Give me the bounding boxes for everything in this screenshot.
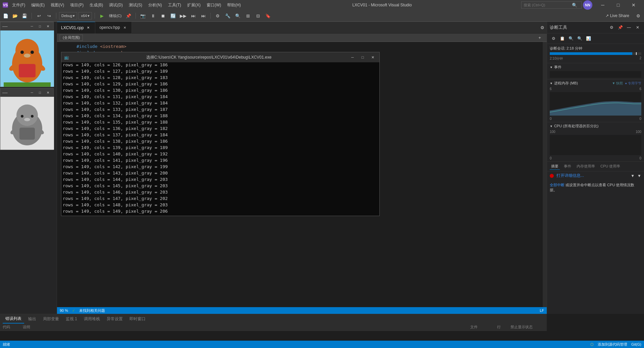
tb-btn7[interactable]: ⚙ (213, 12, 222, 20)
bw-window-close[interactable]: ✕ (45, 89, 51, 96)
diag-collapse-btn[interactable]: — (625, 24, 633, 31)
new-file-btn[interactable]: 📄 (1, 12, 10, 20)
menu-tools[interactable]: 工具(T) (166, 2, 183, 8)
diag-settings-btn[interactable]: ⚙ (608, 24, 615, 31)
filter-btn2[interactable]: ▼ (637, 173, 641, 178)
minimize-button[interactable]: ─ (595, 0, 610, 10)
menu-view[interactable]: 视图(V) (49, 2, 66, 8)
maximize-button[interactable]: □ (610, 0, 626, 10)
tb-btn8[interactable]: 🔧 (223, 12, 232, 20)
pin-btn[interactable]: 📌 (124, 12, 133, 20)
diag-tab-events[interactable]: 事件 (562, 163, 573, 170)
camera-btn[interactable]: 📷 (139, 12, 147, 20)
user-avatar[interactable]: NN (583, 0, 592, 10)
platform-dropdown[interactable]: x64 ▾ (78, 12, 92, 19)
tab-opencv-close[interactable]: ✕ (122, 25, 127, 30)
color-window-close[interactable]: ✕ (45, 23, 51, 30)
bw-window-maximize[interactable]: □ (37, 89, 43, 96)
tb-btn3[interactable]: 🔄 (169, 12, 177, 20)
menu-analyze[interactable]: 分析(N) (146, 2, 164, 8)
menu-file[interactable]: 文件(F) (10, 2, 27, 8)
bottom-tab-output[interactable]: 输出 (25, 315, 39, 323)
close-button[interactable]: ✕ (626, 0, 641, 10)
diag-tool1[interactable]: ⚙ (550, 35, 557, 42)
bw-window-titlebar: ── ─ □ ✕ (0, 88, 53, 97)
status-left: 就绪 (3, 342, 10, 347)
add-line-btn[interactable]: + (535, 33, 544, 42)
bottom-tab-locals[interactable]: 局部变量 (40, 315, 62, 323)
debug-config-dropdown[interactable]: Debug ▾ (59, 12, 77, 19)
svg-point-6 (31, 51, 34, 54)
tab-lxcv01-close[interactable]: ✕ (86, 25, 91, 30)
menu-window[interactable]: 窗口(W) (205, 2, 223, 8)
live-share-button[interactable]: ↗ Live Share (602, 13, 633, 19)
tb-btn11[interactable]: ⊟ (254, 12, 262, 20)
editor-scrollbar[interactable] (543, 42, 547, 307)
menu-project[interactable]: 项目(P) (68, 2, 86, 8)
diag-tool3[interactable]: 🔍 (567, 35, 575, 42)
platform-label: x64 (81, 14, 87, 18)
menu-help[interactable]: 帮助(H) (225, 2, 243, 8)
tb-btn2[interactable]: ⏹ (159, 12, 167, 20)
bottom-tab-errors[interactable]: 错误列表 (3, 315, 24, 324)
color-window-minimize[interactable]: ─ (29, 23, 35, 30)
bottom-tab-callstack[interactable]: 调用堆栈 (81, 315, 103, 323)
bottom-tab-immediate[interactable]: 即时窗口 (127, 315, 148, 323)
svg-point-17 (29, 108, 36, 116)
color-window-maximize[interactable]: □ (37, 23, 43, 30)
search-input[interactable] (524, 3, 571, 7)
console-line: rows = 149, cols = 143, pixel_gray = 200 (63, 170, 378, 176)
git-label[interactable]: Git(G) (631, 342, 641, 346)
settings-btn[interactable]: ⚙ (634, 12, 643, 20)
tb-btn10[interactable]: ⊞ (244, 12, 252, 20)
tb-btn6[interactable]: ⏭ (199, 12, 208, 20)
bottom-tab-exceptions[interactable]: 异常设置 (104, 315, 125, 323)
console-maximize[interactable]: □ (359, 54, 367, 61)
diag-tab-cpu[interactable]: CPU 使用率 (599, 163, 622, 170)
undo-btn[interactable]: ↩ (35, 12, 43, 20)
winnie-color-svg (0, 30, 54, 87)
save-btn[interactable]: 💾 (20, 12, 29, 20)
open-detail-btn[interactable]: 打开详细信息... (556, 173, 584, 179)
tab-lxcv01[interactable]: LXCV01.cpp ✕ (57, 22, 95, 33)
bottom-tab-watch[interactable]: 监视 1 (63, 315, 80, 323)
scope-dropdown[interactable]: (全局范围) (60, 34, 83, 41)
cpu-interrupt-link[interactable]: 全部中断 (550, 183, 565, 187)
menu-test[interactable]: 测试(S) (127, 2, 144, 8)
menu-debug[interactable]: 调试(D) (107, 2, 125, 8)
console-close[interactable]: ✕ (369, 54, 377, 61)
console-line: rows = 149, cols = 139, pixel_gray = 189 (63, 144, 378, 151)
tb-btn5[interactable]: ⏭ (189, 12, 198, 20)
diag-tool4[interactable]: 🔍 (576, 35, 583, 42)
app-title: LXCV01 - Microsoft Visual Studio (243, 3, 521, 7)
chevron-icon: ▾ (73, 14, 75, 18)
filter-btn[interactable]: ▼ (631, 173, 635, 178)
open-file-btn[interactable]: 📂 (11, 12, 19, 20)
console-line: rows = 149, cols = 147, pixel_gray = 202 (63, 195, 378, 202)
bookmark-btn[interactable]: 🔖 (264, 12, 272, 20)
diag-close-btn[interactable]: ✕ (634, 24, 641, 31)
menu-edit[interactable]: 编辑(E) (29, 2, 47, 8)
diag-tool5[interactable]: 📊 (585, 35, 592, 42)
svg-point-7 (24, 54, 31, 58)
tb-btn4[interactable]: ▶▶ (179, 12, 187, 20)
editor-settings-btn[interactable]: ⚙ (538, 23, 547, 31)
tb-btn1[interactable]: ⏸ (149, 12, 157, 20)
console-content[interactable]: rows = 149, cols = 121, pixel_gray = 184… (61, 62, 379, 216)
start-btn[interactable]: ▶ (98, 12, 106, 20)
add-source-label[interactable]: 添加到源代码管理 (598, 342, 627, 347)
menu-build[interactable]: 生成(B) (88, 2, 105, 8)
bw-window-minimize[interactable]: ─ (29, 89, 35, 96)
diag-tab-memory[interactable]: 内存使用率 (575, 163, 596, 170)
menu-extensions[interactable]: 扩展(X) (185, 2, 203, 8)
diag-pin-btn[interactable]: 📌 (616, 24, 624, 31)
diag-tool2[interactable]: 📋 (558, 35, 566, 42)
tb-btn9[interactable]: 🔍 (233, 12, 242, 20)
tab-opencv[interactable]: opencv.hpp ✕ (95, 22, 131, 33)
session-info: 诊断会话: 2:18 分钟 2:10分钟 2 (547, 44, 644, 63)
color-image-content (0, 30, 54, 87)
diag-tab-summary[interactable]: 摘要 (550, 163, 560, 170)
toolbar-sep3 (95, 13, 95, 19)
redo-btn[interactable]: ↪ (45, 12, 53, 20)
console-minimize[interactable]: ─ (348, 54, 357, 61)
